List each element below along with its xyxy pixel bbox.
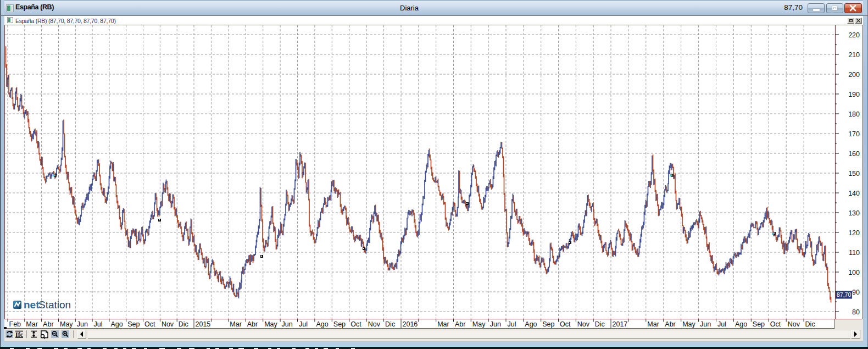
svg-text:Ago: Ago [525, 320, 537, 328]
svg-text:210: 210 [848, 51, 860, 59]
svg-text:Sep: Sep [127, 320, 140, 328]
svg-text:Sep: Sep [542, 320, 554, 328]
svg-text:90: 90 [852, 289, 860, 296]
svg-text:180: 180 [848, 110, 860, 118]
svg-text:Dic: Dic [385, 320, 395, 328]
svg-text:Oct: Oct [560, 320, 571, 328]
svg-text:100: 100 [848, 269, 860, 276]
svg-text:Oct: Oct [350, 320, 361, 328]
svg-text:Jun: Jun [77, 320, 88, 328]
svg-text:May: May [472, 320, 486, 328]
svg-text:Sep: Sep [333, 320, 346, 328]
svg-text:190: 190 [848, 91, 860, 98]
svg-text:Dic: Dic [805, 320, 815, 328]
svg-text:Nov: Nov [577, 320, 590, 328]
svg-text:Oct: Oct [770, 320, 781, 328]
svg-text:Jun: Jun [490, 320, 501, 328]
svg-text:May: May [682, 320, 695, 328]
svg-text:Dic: Dic [179, 320, 188, 328]
svg-text:2017: 2017 [613, 320, 628, 328]
svg-text:Ago: Ago [316, 320, 328, 328]
svg-text:Mar: Mar [26, 320, 38, 328]
svg-text:130: 130 [848, 209, 860, 217]
svg-text:140: 140 [848, 190, 860, 197]
svg-text:160: 160 [848, 150, 860, 158]
svg-text:Station: Station [38, 299, 71, 311]
svg-text:Abr: Abr [455, 320, 465, 328]
svg-text:110: 110 [849, 249, 860, 257]
svg-text:Mar: Mar [647, 320, 659, 328]
svg-text:Nov: Nov [368, 320, 381, 328]
svg-text:2015: 2015 [196, 320, 211, 328]
svg-text:Jun: Jun [282, 320, 293, 328]
svg-text:Nov: Nov [162, 320, 174, 328]
svg-text:Abr: Abr [43, 320, 53, 328]
svg-text:Abr: Abr [247, 320, 258, 328]
svg-text:Jul: Jul [717, 320, 726, 328]
svg-text:Sep: Sep [753, 320, 765, 328]
svg-text:2016: 2016 [403, 320, 418, 328]
svg-text:Jul: Jul [508, 320, 516, 328]
svg-text:120: 120 [848, 229, 860, 237]
svg-text:Ago: Ago [110, 320, 123, 328]
svg-text:Jul: Jul [94, 320, 103, 328]
svg-text:Mar: Mar [230, 320, 242, 328]
svg-text:Feb: Feb [9, 320, 21, 328]
svg-text:87,70: 87,70 [837, 291, 851, 298]
svg-text:net: net [24, 299, 40, 311]
svg-text:Oct: Oct [144, 320, 155, 328]
svg-text:Ago: Ago [735, 320, 747, 328]
svg-text:220: 220 [848, 31, 860, 39]
svg-text:Nov: Nov [788, 320, 800, 328]
svg-text:200: 200 [848, 71, 860, 79]
svg-text:150: 150 [848, 170, 860, 178]
svg-text:May: May [264, 320, 277, 328]
svg-text:May: May [60, 320, 73, 328]
svg-text:Abr: Abr [665, 320, 675, 328]
svg-text:Jun: Jun [700, 320, 711, 328]
svg-text:Mar: Mar [437, 320, 449, 328]
svg-text:80: 80 [852, 308, 860, 316]
svg-text:Dic: Dic [595, 320, 605, 328]
svg-text:Jul: Jul [299, 320, 308, 328]
svg-text:170: 170 [848, 130, 860, 138]
